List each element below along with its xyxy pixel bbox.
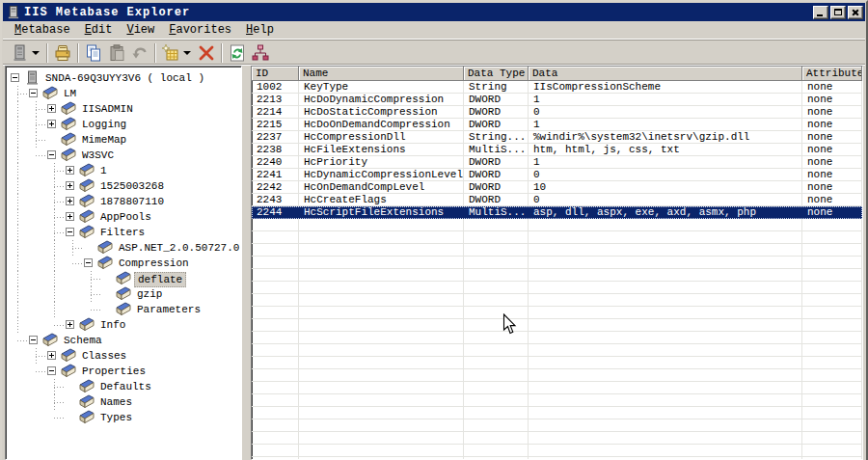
refresh-button[interactable] [226, 42, 249, 64]
tree-node-label[interactable]: MimeMap [79, 132, 129, 148]
tree-node-label[interactable]: Names [97, 394, 135, 410]
menu-item-help[interactable]: Help [239, 21, 282, 39]
tree-node-types[interactable]: Types [6, 410, 241, 425]
connect-server-button[interactable] [8, 42, 31, 64]
tree-node-label[interactable]: Logging [79, 117, 129, 132]
cell-name: HcDynamicCompressionLevel [299, 169, 464, 181]
tree-node-label[interactable]: 1878807110 [97, 194, 167, 209]
tree-node-asp-net-2-0-50727-0[interactable]: ASP.NET_2.0.50727.0 [6, 240, 241, 256]
menu-item-edit[interactable]: Edit [78, 21, 121, 39]
tree-node-mimemap[interactable]: MimeMap [6, 132, 241, 148]
tree-node-label[interactable]: SNDA-69Q3UYY3V6 ( local ) [42, 70, 207, 86]
property-row-2241[interactable]: 2241HcDynamicCompressionLevelDWORD0none [252, 169, 862, 181]
tree-node-compression[interactable]: Compression [6, 256, 241, 271]
print-button[interactable] [51, 42, 74, 64]
tree-node-schema[interactable]: Schema [6, 333, 241, 348]
delete-button[interactable] [195, 42, 218, 64]
expand-toggle-icon[interactable] [66, 166, 74, 175]
collapse-toggle-icon[interactable] [47, 366, 56, 375]
column-header-data[interactable]: Data [529, 67, 802, 81]
hierarchy-view-button[interactable] [249, 42, 272, 64]
expand-toggle-icon[interactable] [66, 181, 74, 190]
copy-button[interactable] [82, 42, 105, 64]
collapse-toggle-icon[interactable] [11, 73, 19, 82]
property-row-2243[interactable]: 2243HcCreateFlagsDWORD0none [252, 194, 862, 206]
tree-node-iisadmin[interactable]: IISADMIN [6, 101, 241, 117]
property-row-2237[interactable]: 2237HcCompressionDllString...%windir%\sy… [252, 131, 862, 144]
property-row-2244[interactable]: 2244HcScriptFileExtensionsMultiS...asp, … [252, 206, 862, 219]
tree-node-label[interactable]: Types [97, 410, 135, 425]
empty-row [252, 407, 862, 419]
collapse-toggle-icon[interactable] [47, 150, 56, 159]
tree-node-label[interactable]: Defaults [97, 379, 154, 394]
tree-node-label[interactable]: Properties [79, 364, 149, 379]
tree-node-label[interactable]: LM [61, 86, 79, 101]
tree-node-label[interactable]: Filters [97, 225, 148, 240]
column-header-id[interactable]: ID [252, 67, 299, 81]
tree-node-label[interactable]: Compression [116, 256, 192, 271]
minimize-button[interactable] [813, 6, 828, 19]
property-row-2240[interactable]: 2240HcPriorityDWORD1none [252, 156, 862, 169]
title-bar[interactable]: IIS Metabase Explorer [3, 3, 865, 21]
tree-node-label[interactable]: 1525003268 [97, 178, 167, 194]
new-record-dropdown-arrow-icon[interactable] [183, 51, 191, 55]
maximize-button[interactable] [830, 6, 846, 19]
tree-node-label[interactable]: Schema [61, 333, 105, 348]
tree-node-gzip[interactable]: gzip [6, 286, 241, 302]
property-row-1002[interactable]: 1002KeyTypeStringIIsCompressionSchemenon… [252, 81, 862, 94]
expand-toggle-icon[interactable] [66, 212, 74, 221]
property-row-2213[interactable]: 2213HcDoDynamicCompressionDWORD1none [252, 94, 862, 106]
property-row-2242[interactable]: 2242HcOnDemandCompLevelDWORD10none [252, 181, 862, 194]
tree-node-label[interactable]: Info [97, 317, 128, 333]
tree-node-snda-69q3uyy3v6-local[interactable]: SNDA-69Q3UYY3V6 ( local ) [6, 70, 241, 86]
column-header-data-type[interactable]: Data Type [464, 67, 529, 81]
column-header-attributes[interactable]: Attributes [802, 67, 862, 81]
tree-node-lm[interactable]: LM [6, 86, 241, 101]
tree-node-w3svc[interactable]: W3SVC [6, 148, 241, 163]
collapse-toggle-icon[interactable] [66, 228, 74, 236]
property-row-2238[interactable]: 2238HcFileExtensionsMultiS...htm, html, … [252, 144, 862, 156]
tree-node-parameters[interactable]: Parameters [6, 302, 241, 317]
new-record-button[interactable] [159, 42, 182, 64]
tree-node-label[interactable]: 1 [97, 163, 110, 178]
tree-node-filters[interactable]: Filters [6, 225, 241, 240]
tree-node-label[interactable]: IISADMIN [79, 101, 136, 117]
tree-node-1878807110[interactable]: 1878807110 [6, 194, 241, 209]
expand-toggle-icon[interactable] [66, 320, 74, 329]
pane-splitter[interactable] [242, 66, 251, 460]
connect-dropdown-arrow-icon[interactable] [32, 51, 40, 55]
undo-button[interactable] [128, 42, 151, 64]
tree-node-label[interactable]: deflate [134, 272, 186, 287]
expand-toggle-icon[interactable] [66, 197, 74, 205]
expand-toggle-icon[interactable] [47, 120, 56, 128]
tree-node-label[interactable]: Parameters [134, 302, 203, 317]
column-header-name[interactable]: Name [299, 67, 464, 81]
tree-node-label[interactable]: gzip [134, 286, 165, 302]
tree-node-properties[interactable]: Properties [6, 364, 241, 379]
tree-node-label[interactable]: Classes [79, 348, 129, 364]
collapse-toggle-icon[interactable] [29, 89, 38, 97]
tree-node-label[interactable]: AppPools [97, 209, 154, 225]
tree-node-label[interactable]: W3SVC [79, 148, 117, 163]
menu-item-favorites[interactable]: Favorites [162, 21, 239, 39]
tree-node-logging[interactable]: Logging [6, 117, 241, 132]
tree-node-info[interactable]: Info [6, 317, 241, 333]
tree-node-1[interactable]: 1 [6, 163, 241, 178]
expand-toggle-icon[interactable] [47, 351, 56, 360]
expand-toggle-icon[interactable] [47, 104, 56, 113]
tree-node-defaults[interactable]: Defaults [6, 379, 241, 394]
tree-node-names[interactable]: Names [6, 394, 241, 410]
tree-node-deflate[interactable]: deflate [6, 271, 241, 286]
menu-item-view[interactable]: View [120, 21, 162, 39]
close-button[interactable] [848, 6, 863, 19]
property-row-2215[interactable]: 2215HcDoOnDemandCompressionDWORD1none [252, 119, 862, 131]
menu-item-metabase[interactable]: Metabase [8, 21, 78, 39]
tree-node-classes[interactable]: Classes [6, 348, 241, 364]
collapse-toggle-icon[interactable] [84, 258, 93, 267]
tree-node-label[interactable]: ASP.NET_2.0.50727.0 [116, 240, 242, 256]
tree-node-1525003268[interactable]: 1525003268 [6, 178, 241, 194]
paste-button[interactable] [105, 42, 128, 64]
collapse-toggle-icon[interactable] [29, 336, 38, 344]
tree-node-apppools[interactable]: AppPools [6, 209, 241, 225]
property-row-2214[interactable]: 2214HcDoStaticCompressionDWORD0none [252, 106, 862, 119]
